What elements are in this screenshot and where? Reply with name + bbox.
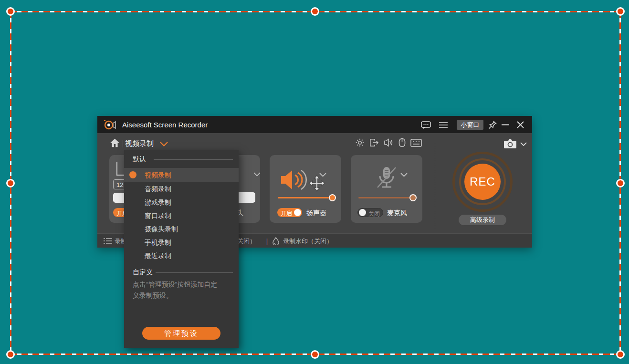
home-icon[interactable] [110,138,120,147]
microphone-volume-handle[interactable] [409,194,417,201]
speaker-icon[interactable] [280,167,309,192]
selection-handle-top-left[interactable] [6,7,15,16]
mode-chevron-down-icon[interactable] [160,142,168,146]
minimize-icon[interactable] [502,124,509,125]
rec-button[interactable]: REC [464,164,501,200]
record-history-icon[interactable] [104,238,112,244]
selection-handle-bottom-center[interactable] [311,350,319,359]
microphone-toggle[interactable]: 关闭 [357,208,383,217]
manage-presets-button[interactable]: 管理预设 [142,327,220,340]
selection-handle-mid-left[interactable] [6,179,15,187]
titlebar[interactable]: Aiseesoft Screen Recorder 小窗口 [97,116,532,133]
custom-preset-hint: 点击“管理预设”按钮添加自定义录制预设。 [133,279,221,301]
advanced-record-button[interactable]: 高级录制 [459,215,506,225]
microphone-label: 麦克风 [387,209,407,218]
microphone-muted-icon[interactable] [376,166,398,192]
menu-item-audio-record[interactable]: 音频录制 [124,182,239,196]
menu-item-webcam-record[interactable]: 摄像头录制 [124,222,239,236]
speaker-volume-slider[interactable] [278,197,334,198]
section-divider [435,143,435,229]
bottom-bar-separator: ｜ [264,237,270,246]
mode-selector-label[interactable]: 视频录制 [125,139,154,148]
selection-handle-top-center[interactable] [311,7,319,16]
sound-check-icon[interactable] [384,138,393,147]
menu-item-recent-record[interactable]: 最近录制 [124,249,239,262]
section-divider-line [154,159,233,160]
mouse-icon[interactable] [398,138,406,147]
pin-icon[interactable] [487,120,498,130]
speaker-volume-handle[interactable] [329,194,336,201]
app-logo-icon [103,119,117,130]
menu-item-phone-record[interactable]: 手机录制 [124,236,239,249]
keyboard-icon[interactable] [410,139,422,147]
menu-item-game-record[interactable]: 游戏录制 [124,196,239,209]
selection-handle-bottom-left[interactable] [6,350,15,359]
mode-dropdown-menu: 默认 视频录制 音频录制 游戏录制 窗口录制 摄像头录制 手机录制 最近录制 自… [124,150,239,348]
output-folder-icon[interactable] [369,138,379,147]
selection-handle-top-right[interactable] [616,7,625,16]
selection-handle-bottom-right[interactable] [616,350,625,359]
feedback-icon[interactable] [421,121,431,129]
menu-item-video-record[interactable]: 视频录制 [124,168,239,182]
speaker-card: 开启 扬声器 [270,155,341,223]
dropdown-section-default: 默认 [133,155,146,164]
window-title: Aiseesoft Screen Recorder [122,121,208,129]
speaker-label: 扬声器 [306,209,326,218]
watermark-label[interactable]: 录制水印（关闭） [283,237,333,246]
microphone-card: 关闭 麦克风 [351,155,422,223]
dropdown-section-custom: 自定义 [133,268,153,277]
snapshot-chevron-down-icon[interactable] [520,142,527,146]
section-divider-line [156,272,233,273]
webcam-chevron-down-icon[interactable] [253,172,261,177]
settings-gear-icon[interactable] [355,138,365,147]
snapshot-camera-icon[interactable] [504,139,516,149]
selected-dot-icon [129,171,136,178]
watermark-drop-icon[interactable] [272,237,280,245]
speaker-toggle[interactable]: 开启 [277,208,302,217]
selection-handle-mid-right[interactable] [616,179,625,187]
microphone-volume-slider[interactable] [358,197,415,198]
nav-divider [123,140,123,147]
close-icon[interactable] [517,121,524,128]
small-window-button[interactable]: 小窗口 [457,120,483,130]
move-cursor-icon [308,175,325,192]
menu-icon[interactable] [439,122,448,128]
microphone-chevron-down-icon[interactable] [400,173,408,177]
menu-item-window-record[interactable]: 窗口录制 [124,209,239,222]
